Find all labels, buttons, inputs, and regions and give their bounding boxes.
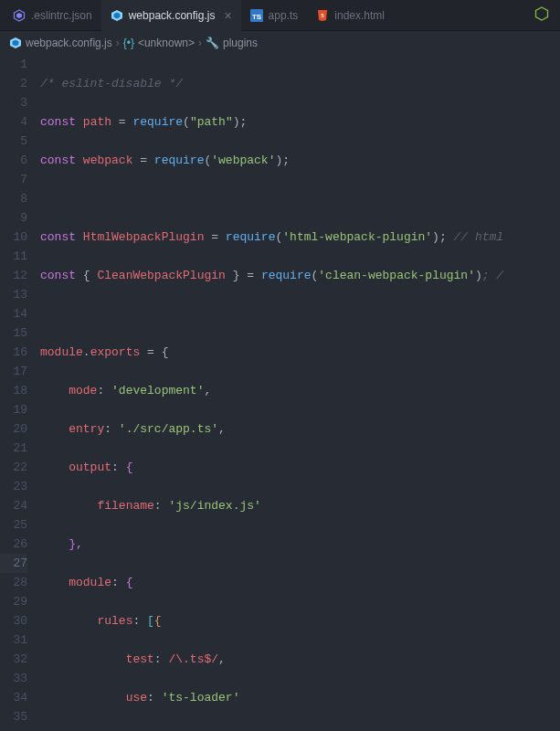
svg-text:TS: TS (251, 12, 261, 20)
close-icon[interactable]: × (224, 8, 231, 23)
nodejs-icon[interactable] (523, 6, 560, 25)
code-editor[interactable]: 12345 678910 1112131415 1617181920 21222… (0, 55, 560, 731)
html-icon: 5 (316, 9, 329, 22)
wrench-icon: 🔧 (206, 37, 219, 49)
chevron-right-icon: › (198, 37, 202, 49)
breadcrumb-file: webpack.config.js (26, 37, 112, 49)
tab-app-ts[interactable]: TS app.ts (241, 0, 308, 31)
tab-label: app.ts (269, 9, 299, 22)
svg-marker-1 (16, 13, 22, 18)
webpack-icon (111, 9, 123, 22)
webpack-icon (9, 37, 22, 49)
tab-webpack-config[interactable]: webpack.config.js × (101, 0, 241, 31)
tab-bar: .eslintrc.json webpack.config.js × TS ap… (0, 0, 560, 31)
line-gutter: 12345 678910 1112131415 1617181920 21222… (0, 55, 40, 731)
tab-label: .eslintrc.json (31, 9, 92, 22)
tab-index-html[interactable]: 5 index.html (307, 0, 394, 31)
ts-icon: TS (250, 9, 263, 22)
bracket-icon: {•} (123, 37, 134, 49)
chevron-right-icon: › (116, 37, 120, 49)
tab-label: webpack.config.js (129, 9, 216, 22)
breadcrumb-section: plugins (223, 37, 258, 49)
svg-marker-8 (536, 7, 548, 20)
tab-eslintrc[interactable]: .eslintrc.json (4, 0, 101, 31)
code-content[interactable]: /* eslint-disable */ const path = requir… (40, 55, 560, 731)
breadcrumb-unknown: <unknown> (138, 37, 195, 49)
breadcrumb[interactable]: webpack.config.js › {•} <unknown> › 🔧 pl… (0, 31, 560, 55)
eslint-icon (13, 9, 26, 22)
tab-label: index.html (334, 9, 385, 22)
